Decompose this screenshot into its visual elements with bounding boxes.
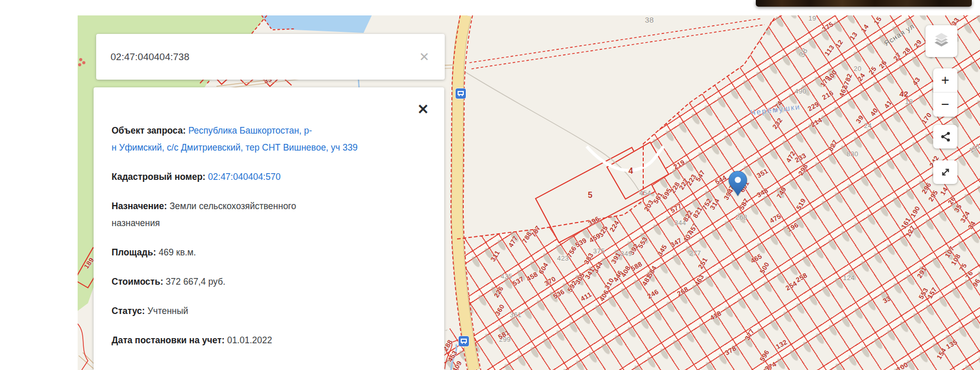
- parcel-number-label: 349: [620, 250, 632, 257]
- parcel-number-label: 423: [557, 254, 569, 262]
- parcel-number-label: 374: [764, 360, 778, 370]
- parcel-number-label: 361: [510, 311, 521, 319]
- field-value-link[interactable]: н Уфимский, с/с Дмитриевский, тер СНТ Ви…: [112, 142, 358, 153]
- parcel-number-label: 345: [656, 243, 669, 257]
- panel-field: Назначение: Земли сельскохозяйственногон…: [112, 198, 428, 232]
- parcel-number-label: 19: [808, 15, 816, 22]
- parcel-number-label: 154: [935, 346, 948, 361]
- parcel-number-label: 254: [784, 280, 798, 292]
- parcel-number-label: 311: [489, 249, 501, 263]
- zoom-in-button[interactable]: +: [933, 68, 957, 92]
- parcel-number-label: 124: [843, 274, 855, 282]
- parcel-number-label: 458: [525, 270, 539, 283]
- parcel-number-label: 38: [645, 15, 654, 24]
- parcel-number-label: 196: [786, 221, 800, 234]
- close-panel-icon[interactable]: ✕: [417, 103, 429, 117]
- parcel-number-label: 170: [920, 111, 933, 125]
- panel-field: Объект запроса: Республика Башкортостан,…: [112, 122, 428, 156]
- share-icon: [940, 131, 951, 142]
- parcel-number-label: 96: [971, 278, 980, 288]
- search-input[interactable]: [110, 51, 417, 63]
- field-value: назначения: [112, 218, 160, 228]
- parcel-number-label: 18: [905, 98, 913, 105]
- parcel-number-label: 76: [964, 270, 975, 281]
- parcel-number-label: 43: [911, 76, 921, 86]
- parcel-number-label: 33: [882, 294, 893, 305]
- field-value-link[interactable]: Республика Башкортостан, р-: [188, 125, 312, 136]
- parcel-number-label: 14: [859, 23, 870, 33]
- parcel-number-label: 344: [674, 219, 686, 227]
- parcel-number-label: 25: [867, 65, 878, 76]
- parcel-number-label: 132: [774, 338, 789, 351]
- parcel-number-label: 190: [909, 205, 922, 219]
- parcel-number-label: 827: [827, 138, 840, 153]
- parcel-number-label: 418: [709, 309, 723, 322]
- parcel-number-label: 475: [768, 212, 783, 225]
- parcel-number-label: 500: [758, 261, 771, 275]
- share-button[interactable]: [933, 125, 957, 149]
- fullscreen-button[interactable]: [933, 160, 957, 184]
- parcel-number-label: 29: [912, 38, 923, 49]
- parcel-number-label: 370: [543, 275, 557, 288]
- parcel-number-label: 41: [882, 99, 893, 109]
- parcel-number-label: 377: [743, 327, 756, 342]
- parcel-number-label: 360: [494, 303, 506, 317]
- parcel-number-label: 587: [738, 197, 751, 211]
- parcel-number-label: 378: [723, 344, 738, 357]
- field-label: Назначение:: [112, 201, 170, 211]
- parcel-number-label: 291: [916, 265, 929, 280]
- external-window-strip: [756, 0, 972, 7]
- parcel-number-label: 547: [694, 169, 707, 183]
- parcel-number-label: 588: [629, 260, 644, 273]
- parcel-number-label: 577: [669, 202, 683, 215]
- panel-field: Дата постановки на учет: 01.01.2022: [112, 332, 428, 349]
- field-label: Стоимость:: [112, 276, 166, 287]
- layers-button[interactable]: [925, 25, 957, 57]
- fullscreen-icon: [940, 166, 951, 178]
- parcel-number-label: 15: [872, 15, 883, 26]
- field-value-link[interactable]: 02:47:040404:570: [208, 172, 281, 182]
- parcel-number-label: 4: [628, 166, 633, 176]
- parcel-number-label: 396: [587, 215, 601, 228]
- parcel-number-label: 596: [758, 348, 771, 363]
- parcel-info-panel: ✕ Объект запроса: Республика Башкортоста…: [94, 87, 444, 370]
- parcel-number-label: 375: [593, 247, 605, 255]
- parcel-number-label: 375: [821, 20, 835, 33]
- field-label: Дата постановки на учет:: [112, 335, 227, 345]
- parcel-number-label: 537: [511, 275, 525, 288]
- road-sign-icon: [459, 336, 469, 346]
- parcel-number-label: 604: [537, 261, 550, 275]
- location-pin-icon: [728, 171, 748, 196]
- parcel-number-label: 191: [968, 142, 980, 155]
- parcel-number-label: 42: [899, 89, 909, 98]
- parcel-number-label: 5: [588, 191, 592, 200]
- field-value: 469 кв.м.: [158, 247, 196, 257]
- parcel-number-label: 26: [877, 59, 888, 69]
- field-label: Кадастровый номер:: [112, 172, 208, 182]
- parcel-number-label: 462: [838, 84, 849, 98]
- panel-field: Стоимость: 372 667,4 руб.: [112, 273, 428, 290]
- field-value: 372 667,4 руб.: [166, 276, 225, 287]
- panel-fields: Объект запроса: Республика Башкортостан,…: [112, 122, 428, 349]
- zoom-out-button[interactable]: −: [933, 92, 957, 117]
- parcel-number-label: 38: [797, 46, 809, 59]
- parcel-number-label: 351: [755, 167, 770, 180]
- parcel-number-label: 40: [868, 106, 879, 117]
- parcel-number-label: 268: [676, 285, 690, 298]
- parcel-number-label: 536: [552, 288, 566, 301]
- parcel-number-label: 113: [823, 43, 836, 57]
- parcel-number-label: 35: [953, 203, 964, 214]
- field-value: Земли сельскохозяйственного: [170, 201, 296, 211]
- panel-field: Площадь: 469 кв.м.: [112, 244, 428, 261]
- parcel-number-label: 519: [795, 197, 808, 211]
- parcel-number-label: 348: [755, 187, 770, 199]
- parcel-number-label: 749: [775, 186, 788, 200]
- parcel-number-label: 406: [598, 288, 611, 303]
- parcel-number-label: 100: [895, 361, 910, 370]
- road-sign-icon: [456, 88, 466, 99]
- parcel-number-label: 219: [672, 158, 686, 171]
- parcel-number-label: 246: [646, 288, 660, 301]
- parcel-number-label: 463: [693, 273, 706, 287]
- clear-search-icon[interactable]: ✕: [417, 49, 431, 65]
- panel-field: Кадастровый номер: 02:47:040404:570: [112, 169, 428, 186]
